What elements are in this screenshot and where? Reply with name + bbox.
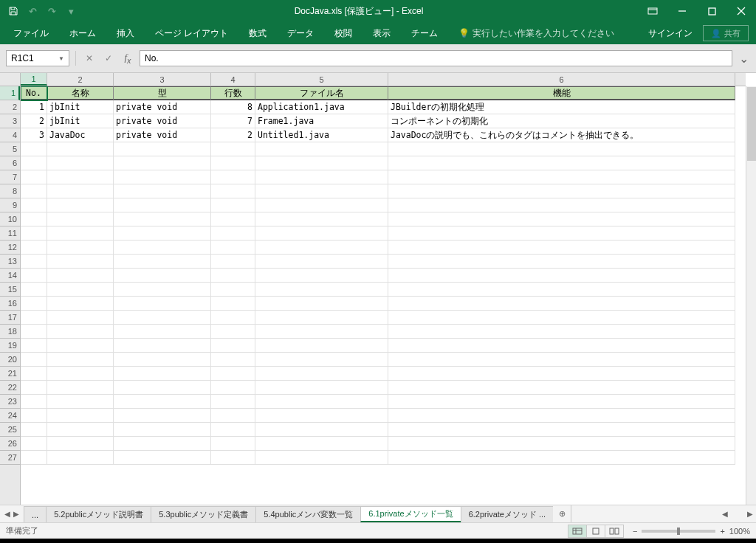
zoom-out-button[interactable]: − <box>633 527 637 536</box>
row-header[interactable]: 4 <box>0 128 20 142</box>
row-header[interactable]: 19 <box>0 339 20 353</box>
data-cell[interactable] <box>47 269 114 283</box>
row-header[interactable]: 9 <box>0 198 20 212</box>
data-cell[interactable] <box>21 451 47 465</box>
maximize-icon[interactable] <box>697 0 726 22</box>
zoom-slider[interactable] <box>642 530 715 533</box>
column-header[interactable]: 5 <box>255 73 388 86</box>
row-header[interactable]: 10 <box>0 212 20 226</box>
row-header[interactable]: 23 <box>0 395 20 409</box>
zoom-level[interactable]: 100% <box>729 527 750 536</box>
sheet-tab-5[interactable]: 6.2privateメソッド ... <box>461 506 554 522</box>
data-cell[interactable] <box>47 142 114 156</box>
column-header[interactable]: 4 <box>211 73 255 86</box>
data-cell[interactable] <box>211 156 255 170</box>
header-cell[interactable]: 名称 <box>47 86 114 100</box>
data-cell[interactable] <box>21 339 47 353</box>
sheet-tab-4[interactable]: 6.1privateメソッド一覧 <box>360 506 461 522</box>
data-cell[interactable] <box>21 437 47 451</box>
row-header[interactable]: 11 <box>0 226 20 241</box>
data-cell[interactable] <box>21 269 47 283</box>
data-cell[interactable] <box>47 283 114 297</box>
tell-me-search[interactable]: 💡 実行したい作業を入力してください <box>448 22 625 44</box>
data-cell[interactable] <box>114 395 211 409</box>
row-header[interactable]: 13 <box>0 255 20 269</box>
data-cell[interactable] <box>388 325 735 339</box>
data-cell[interactable] <box>211 241 255 255</box>
select-all-corner[interactable] <box>0 73 21 86</box>
data-cell[interactable] <box>114 255 211 269</box>
data-cell[interactable]: Untitled1.java <box>255 128 388 142</box>
data-cell[interactable]: 1 <box>21 100 47 114</box>
data-cell[interactable] <box>211 395 255 409</box>
data-cell[interactable] <box>21 409 47 423</box>
data-cell[interactable] <box>211 283 255 297</box>
data-cell[interactable] <box>388 451 735 465</box>
row-header[interactable]: 5 <box>0 142 20 156</box>
data-cell[interactable] <box>255 156 388 170</box>
data-cell[interactable] <box>211 339 255 353</box>
scroll-right-icon[interactable]: ▶ <box>747 510 753 518</box>
tab-view[interactable]: 表示 <box>362 22 401 44</box>
cells-area[interactable]: No.名称型行数ファイル名機能1jbInitprivate void8Appli… <box>21 86 746 505</box>
zoom-in-button[interactable]: + <box>720 527 724 536</box>
data-cell[interactable]: JavaDoc <box>47 128 114 142</box>
data-cell[interactable] <box>255 451 388 465</box>
data-cell[interactable]: jbInit <box>47 100 114 114</box>
data-cell[interactable] <box>47 170 114 184</box>
data-cell[interactable] <box>21 212 47 226</box>
data-cell[interactable] <box>21 395 47 409</box>
data-cell[interactable] <box>114 325 211 339</box>
data-cell[interactable] <box>388 226 735 241</box>
data-cell[interactable] <box>21 353 47 367</box>
data-cell[interactable] <box>47 212 114 226</box>
page-layout-view-button[interactable] <box>586 525 605 538</box>
data-cell[interactable] <box>211 212 255 226</box>
data-cell[interactable] <box>21 226 47 241</box>
data-cell[interactable]: 3 <box>21 128 47 142</box>
row-header[interactable]: 20 <box>0 353 20 367</box>
data-cell[interactable] <box>21 241 47 255</box>
data-cell[interactable] <box>211 409 255 423</box>
data-cell[interactable] <box>114 409 211 423</box>
row-header[interactable]: 25 <box>0 423 20 437</box>
data-cell[interactable] <box>388 353 735 367</box>
data-cell[interactable] <box>211 198 255 212</box>
data-cell[interactable] <box>21 255 47 269</box>
page-break-view-button[interactable] <box>605 525 624 538</box>
data-cell[interactable] <box>21 170 47 184</box>
signin-link[interactable]: サインイン <box>638 27 703 40</box>
data-cell[interactable]: 2 <box>211 128 255 142</box>
data-cell[interactable] <box>47 339 114 353</box>
data-cell[interactable] <box>47 325 114 339</box>
data-cell[interactable] <box>211 437 255 451</box>
data-cell[interactable] <box>21 198 47 212</box>
data-cell[interactable] <box>255 198 388 212</box>
column-header[interactable]: 3 <box>114 73 211 86</box>
data-cell[interactable]: JavaDocの説明でも、これらのタグはコメントを抽出できる。 <box>388 128 735 142</box>
row-header[interactable]: 21 <box>0 367 20 381</box>
row-header[interactable]: 2 <box>0 100 20 114</box>
column-header[interactable]: 6 <box>388 73 735 86</box>
tab-review[interactable]: 校閲 <box>324 22 362 44</box>
sheet-tab-ellipsis[interactable]: ... <box>24 506 47 522</box>
data-cell[interactable] <box>388 255 735 269</box>
data-cell[interactable] <box>47 423 114 437</box>
header-cell[interactable]: 行数 <box>211 86 255 100</box>
normal-view-button[interactable] <box>568 525 587 538</box>
horizontal-scrollbar[interactable]: ◀▶ <box>719 505 756 522</box>
data-cell[interactable]: 7 <box>211 114 255 128</box>
data-cell[interactable] <box>255 297 388 311</box>
data-cell[interactable] <box>21 311 47 325</box>
data-cell[interactable] <box>388 367 735 381</box>
tab-home[interactable]: ホーム <box>59 22 106 44</box>
row-header[interactable]: 3 <box>0 114 20 128</box>
data-cell[interactable] <box>21 184 47 198</box>
data-cell[interactable] <box>388 184 735 198</box>
data-cell[interactable]: Frame1.java <box>255 114 388 128</box>
next-tab-icon[interactable]: ▶ <box>13 510 19 518</box>
row-header[interactable]: 27 <box>0 451 20 465</box>
data-cell[interactable] <box>388 395 735 409</box>
data-cell[interactable]: 2 <box>21 114 47 128</box>
column-header[interactable]: 1 <box>21 73 47 86</box>
